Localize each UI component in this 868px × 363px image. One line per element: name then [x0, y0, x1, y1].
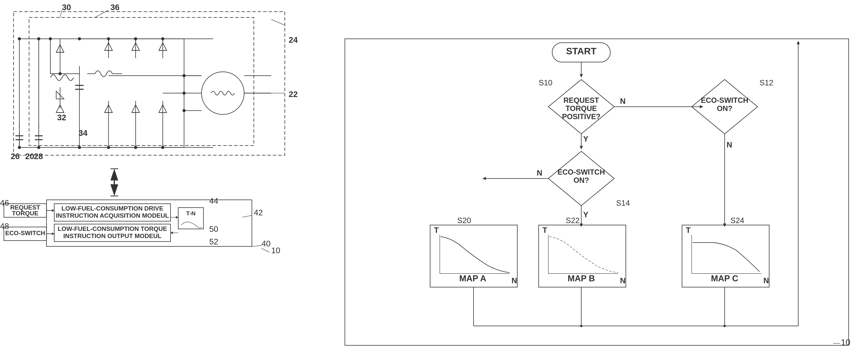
- svg-text:S24: S24: [731, 216, 744, 225]
- control-block-diagram: LOW-FUEL-CONSUMPTION DRIVE INSTRUCTION A…: [0, 165, 329, 258]
- svg-text:MAP B: MAP B: [568, 274, 595, 283]
- svg-point-64: [183, 74, 186, 77]
- svg-text:34: 34: [79, 129, 88, 138]
- svg-text:10: 10: [841, 338, 850, 347]
- svg-text:S14: S14: [616, 199, 630, 207]
- svg-text:MAP A: MAP A: [459, 274, 486, 283]
- svg-point-89: [18, 146, 21, 149]
- svg-text:T-N: T-N: [186, 210, 195, 217]
- svg-text:LOW-FUEL-CONSUMPTION TORQUE: LOW-FUEL-CONSUMPTION TORQUE: [58, 225, 167, 232]
- svg-marker-100: [111, 169, 118, 180]
- svg-text:REQUEST: REQUEST: [563, 96, 599, 104]
- svg-marker-149: [580, 146, 583, 149]
- svg-text:32: 32: [57, 113, 66, 122]
- svg-text:INSTRUCTION OUTPUT MODEUL: INSTRUCTION OUTPUT MODEUL: [63, 232, 162, 240]
- svg-text:Y: Y: [583, 135, 588, 143]
- svg-line-124: [252, 245, 261, 246]
- svg-text:S20: S20: [457, 216, 471, 225]
- svg-point-90: [37, 37, 40, 40]
- svg-text:TORQUE: TORQUE: [12, 210, 38, 217]
- svg-point-52: [134, 37, 137, 40]
- svg-text:TORQUE: TORQUE: [565, 104, 597, 113]
- svg-text:48: 48: [0, 222, 9, 231]
- svg-marker-129: [52, 209, 54, 212]
- svg-text:40: 40: [261, 239, 271, 248]
- svg-text:N: N: [512, 276, 517, 285]
- svg-line-119: [242, 215, 252, 217]
- circuit-diagram: 30 36 24 26 28 32 34 22 20: [0, 0, 329, 169]
- svg-marker-133: [52, 232, 54, 235]
- svg-marker-195: [797, 41, 800, 44]
- svg-line-98: [95, 10, 108, 18]
- svg-point-80: [49, 37, 52, 40]
- svg-text:36: 36: [111, 3, 120, 12]
- svg-marker-142: [580, 74, 583, 78]
- svg-text:10: 10: [271, 246, 280, 255]
- svg-text:S10: S10: [538, 78, 552, 87]
- svg-point-87: [78, 146, 81, 149]
- svg-text:ECO-SWITCH: ECO-SWITCH: [5, 229, 45, 236]
- svg-point-66: [183, 109, 186, 112]
- svg-text:T: T: [542, 226, 547, 234]
- flowchart-diagram: START REQUEST TORQUE POSITIVE? S10 Y N E…: [333, 12, 860, 357]
- svg-marker-115: [176, 216, 178, 219]
- svg-text:42: 42: [254, 208, 263, 217]
- svg-point-51: [107, 37, 110, 40]
- svg-text:22: 22: [289, 90, 298, 99]
- svg-point-199: [723, 325, 726, 327]
- svg-point-53: [161, 37, 164, 40]
- main-container: 30 36 24 26 28 32 34 22 20: [0, 0, 868, 363]
- svg-marker-101: [111, 184, 118, 196]
- svg-marker-159: [483, 177, 486, 180]
- svg-text:INSTRUCTION ACQUISITION MODEUL: INSTRUCTION ACQUISITION MODEUL: [56, 212, 169, 219]
- svg-text:Y: Y: [583, 210, 588, 219]
- svg-text:46: 46: [0, 198, 9, 207]
- svg-text:ECO-SWITCH: ECO-SWITCH: [558, 168, 605, 176]
- svg-marker-117: [170, 231, 173, 234]
- svg-text:START: START: [566, 46, 596, 56]
- svg-point-197: [580, 325, 582, 327]
- svg-text:S12: S12: [760, 78, 773, 87]
- svg-point-86: [78, 37, 81, 40]
- svg-text:50: 50: [209, 224, 218, 233]
- svg-text:MAP C: MAP C: [711, 274, 738, 283]
- svg-text:N: N: [620, 276, 626, 285]
- svg-text:20: 20: [25, 152, 34, 161]
- svg-line-99: [60, 10, 62, 18]
- svg-text:T: T: [686, 226, 690, 234]
- svg-text:52: 52: [209, 237, 218, 246]
- svg-text:ON?: ON?: [574, 176, 589, 184]
- svg-text:ON?: ON?: [717, 104, 733, 113]
- svg-text:28: 28: [34, 152, 43, 161]
- svg-point-56: [161, 146, 164, 149]
- svg-rect-1: [29, 18, 254, 145]
- svg-text:S22: S22: [566, 216, 580, 225]
- svg-text:N: N: [537, 169, 542, 177]
- svg-line-137: [261, 248, 269, 252]
- svg-point-65: [183, 91, 186, 95]
- svg-text:24: 24: [289, 35, 298, 45]
- svg-line-95: [271, 20, 285, 25]
- svg-text:LOW-FUEL-CONSUMPTION DRIVE: LOW-FUEL-CONSUMPTION DRIVE: [61, 205, 163, 212]
- svg-text:44: 44: [209, 196, 218, 205]
- svg-text:N: N: [620, 97, 626, 105]
- svg-text:ECO-SWITCH: ECO-SWITCH: [701, 96, 748, 104]
- svg-marker-152: [700, 105, 703, 108]
- svg-point-88: [18, 37, 21, 40]
- svg-point-55: [134, 146, 137, 149]
- svg-text:T: T: [434, 226, 439, 234]
- svg-text:30: 30: [62, 3, 71, 12]
- svg-text:26: 26: [11, 152, 20, 161]
- svg-point-91: [37, 146, 40, 149]
- svg-text:POSITIVE?: POSITIVE?: [562, 113, 600, 121]
- svg-text:N: N: [726, 140, 732, 149]
- svg-text:N: N: [764, 276, 769, 285]
- svg-point-54: [107, 146, 110, 149]
- svg-rect-0: [13, 12, 285, 155]
